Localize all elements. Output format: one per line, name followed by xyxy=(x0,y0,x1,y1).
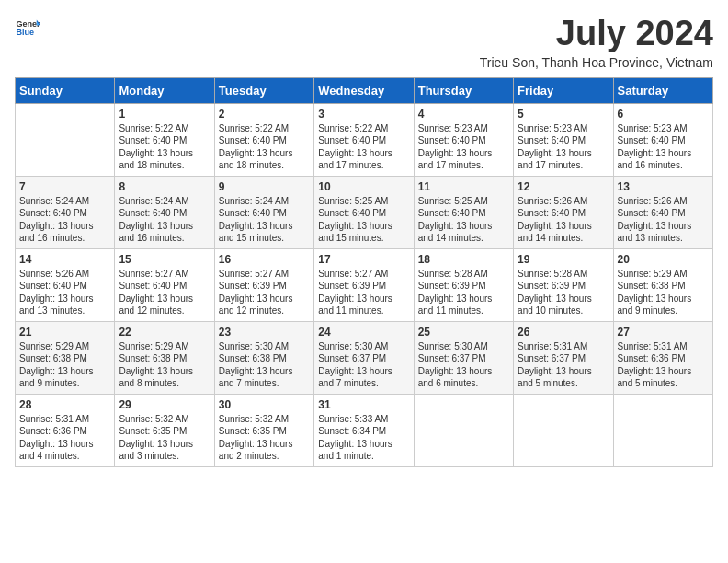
day-number: 13 xyxy=(618,180,709,193)
day-info: Sunrise: 5:30 AM Sunset: 6:38 PM Dayligh… xyxy=(219,340,310,390)
calendar-cell: 10 Sunrise: 5:25 AM Sunset: 6:40 PM Dayl… xyxy=(314,176,414,248)
calendar-cell: 11 Sunrise: 5:25 AM Sunset: 6:40 PM Dayl… xyxy=(414,176,513,248)
day-number: 12 xyxy=(518,180,609,193)
day-number: 29 xyxy=(119,398,210,411)
day-info: Sunrise: 5:25 AM Sunset: 6:40 PM Dayligh… xyxy=(318,195,409,245)
day-number: 27 xyxy=(618,326,709,339)
calendar-cell: 5 Sunrise: 5:23 AM Sunset: 6:40 PM Dayli… xyxy=(514,103,613,176)
calendar-cell xyxy=(16,103,115,176)
day-info: Sunrise: 5:26 AM Sunset: 6:40 PM Dayligh… xyxy=(518,195,609,245)
day-info: Sunrise: 5:23 AM Sunset: 6:40 PM Dayligh… xyxy=(418,122,509,172)
calendar-cell: 13 Sunrise: 5:26 AM Sunset: 6:40 PM Dayl… xyxy=(613,176,712,248)
logo: General Blue xyxy=(15,15,40,40)
day-number: 4 xyxy=(418,108,509,121)
day-info: Sunrise: 5:29 AM Sunset: 6:38 PM Dayligh… xyxy=(618,268,709,317)
day-info: Sunrise: 5:23 AM Sunset: 6:40 PM Dayligh… xyxy=(618,122,709,172)
calendar-cell: 4 Sunrise: 5:23 AM Sunset: 6:40 PM Dayli… xyxy=(414,103,513,176)
week-row-4: 21 Sunrise: 5:29 AM Sunset: 6:38 PM Dayl… xyxy=(16,321,713,394)
month-title: July 2024 xyxy=(480,15,713,53)
day-info: Sunrise: 5:32 AM Sunset: 6:35 PM Dayligh… xyxy=(219,413,310,463)
day-info: Sunrise: 5:29 AM Sunset: 6:38 PM Dayligh… xyxy=(119,340,210,390)
day-info: Sunrise: 5:24 AM Sunset: 6:40 PM Dayligh… xyxy=(119,195,210,245)
title-block: July 2024 Trieu Son, Thanh Hoa Province,… xyxy=(480,15,713,70)
day-header-tuesday: Tuesday xyxy=(214,77,313,103)
calendar-cell: 18 Sunrise: 5:28 AM Sunset: 6:39 PM Dayl… xyxy=(414,248,513,321)
day-header-friday: Friday xyxy=(514,77,613,103)
logo-icon: General Blue xyxy=(15,15,40,40)
day-info: Sunrise: 5:31 AM Sunset: 6:36 PM Dayligh… xyxy=(618,340,709,390)
day-number: 11 xyxy=(418,180,509,193)
calendar-table: SundayMondayTuesdayWednesdayThursdayFrid… xyxy=(15,77,713,467)
day-info: Sunrise: 5:28 AM Sunset: 6:39 PM Dayligh… xyxy=(518,268,609,317)
calendar-cell: 22 Sunrise: 5:29 AM Sunset: 6:38 PM Dayl… xyxy=(115,321,214,394)
calendar-cell xyxy=(414,394,513,466)
calendar-cell: 1 Sunrise: 5:22 AM Sunset: 6:40 PM Dayli… xyxy=(115,103,214,176)
calendar-cell: 12 Sunrise: 5:26 AM Sunset: 6:40 PM Dayl… xyxy=(514,176,613,248)
day-number: 23 xyxy=(219,326,310,339)
day-header-wednesday: Wednesday xyxy=(314,77,414,103)
day-number: 8 xyxy=(119,180,210,193)
calendar-cell: 2 Sunrise: 5:22 AM Sunset: 6:40 PM Dayli… xyxy=(214,103,313,176)
calendar-cell xyxy=(613,394,712,466)
calendar-cell: 28 Sunrise: 5:31 AM Sunset: 6:36 PM Dayl… xyxy=(16,394,115,466)
calendar-cell: 21 Sunrise: 5:29 AM Sunset: 6:38 PM Dayl… xyxy=(16,321,115,394)
calendar-cell: 25 Sunrise: 5:30 AM Sunset: 6:37 PM Dayl… xyxy=(414,321,513,394)
day-number: 9 xyxy=(219,180,310,193)
calendar-cell: 16 Sunrise: 5:27 AM Sunset: 6:39 PM Dayl… xyxy=(214,248,313,321)
day-number: 31 xyxy=(318,398,409,411)
calendar-cell: 14 Sunrise: 5:26 AM Sunset: 6:40 PM Dayl… xyxy=(16,248,115,321)
calendar-cell xyxy=(514,394,613,466)
day-number: 18 xyxy=(418,253,509,266)
day-number: 1 xyxy=(119,108,210,121)
day-number: 24 xyxy=(318,326,409,339)
calendar-cell: 7 Sunrise: 5:24 AM Sunset: 6:40 PM Dayli… xyxy=(16,176,115,248)
day-number: 17 xyxy=(318,253,409,266)
day-number: 5 xyxy=(518,108,609,121)
day-header-monday: Monday xyxy=(115,77,214,103)
calendar-cell: 29 Sunrise: 5:32 AM Sunset: 6:35 PM Dayl… xyxy=(115,394,214,466)
day-info: Sunrise: 5:27 AM Sunset: 6:40 PM Dayligh… xyxy=(119,268,210,317)
calendar-cell: 20 Sunrise: 5:29 AM Sunset: 6:38 PM Dayl… xyxy=(613,248,712,321)
day-info: Sunrise: 5:24 AM Sunset: 6:40 PM Dayligh… xyxy=(19,195,110,245)
day-number: 3 xyxy=(318,108,409,121)
day-number: 10 xyxy=(318,180,409,193)
day-info: Sunrise: 5:33 AM Sunset: 6:34 PM Dayligh… xyxy=(318,413,409,463)
day-info: Sunrise: 5:26 AM Sunset: 6:40 PM Dayligh… xyxy=(618,195,709,245)
calendar-cell: 24 Sunrise: 5:30 AM Sunset: 6:37 PM Dayl… xyxy=(314,321,414,394)
day-number: 14 xyxy=(19,253,110,266)
day-info: Sunrise: 5:28 AM Sunset: 6:39 PM Dayligh… xyxy=(418,268,509,317)
day-info: Sunrise: 5:22 AM Sunset: 6:40 PM Dayligh… xyxy=(219,122,310,172)
calendar-cell: 23 Sunrise: 5:30 AM Sunset: 6:38 PM Dayl… xyxy=(214,321,313,394)
week-row-1: 1 Sunrise: 5:22 AM Sunset: 6:40 PM Dayli… xyxy=(16,103,713,176)
day-info: Sunrise: 5:30 AM Sunset: 6:37 PM Dayligh… xyxy=(318,340,409,390)
day-info: Sunrise: 5:31 AM Sunset: 6:36 PM Dayligh… xyxy=(19,413,110,463)
week-row-5: 28 Sunrise: 5:31 AM Sunset: 6:36 PM Dayl… xyxy=(16,394,713,466)
day-info: Sunrise: 5:26 AM Sunset: 6:40 PM Dayligh… xyxy=(19,268,110,317)
day-info: Sunrise: 5:24 AM Sunset: 6:40 PM Dayligh… xyxy=(219,195,310,245)
calendar-cell: 31 Sunrise: 5:33 AM Sunset: 6:34 PM Dayl… xyxy=(314,394,414,466)
week-row-2: 7 Sunrise: 5:24 AM Sunset: 6:40 PM Dayli… xyxy=(16,176,713,248)
day-header-sunday: Sunday xyxy=(16,77,115,103)
day-info: Sunrise: 5:32 AM Sunset: 6:35 PM Dayligh… xyxy=(119,413,210,463)
calendar-cell: 6 Sunrise: 5:23 AM Sunset: 6:40 PM Dayli… xyxy=(613,103,712,176)
day-info: Sunrise: 5:25 AM Sunset: 6:40 PM Dayligh… xyxy=(418,195,509,245)
day-number: 6 xyxy=(618,108,709,121)
day-info: Sunrise: 5:27 AM Sunset: 6:39 PM Dayligh… xyxy=(318,268,409,317)
calendar-cell: 9 Sunrise: 5:24 AM Sunset: 6:40 PM Dayli… xyxy=(214,176,313,248)
day-number: 15 xyxy=(119,253,210,266)
week-row-3: 14 Sunrise: 5:26 AM Sunset: 6:40 PM Dayl… xyxy=(16,248,713,321)
calendar-cell: 26 Sunrise: 5:31 AM Sunset: 6:37 PM Dayl… xyxy=(514,321,613,394)
day-number: 2 xyxy=(219,108,310,121)
day-number: 22 xyxy=(119,326,210,339)
day-info: Sunrise: 5:29 AM Sunset: 6:38 PM Dayligh… xyxy=(19,340,110,390)
day-number: 26 xyxy=(518,326,609,339)
calendar-cell: 27 Sunrise: 5:31 AM Sunset: 6:36 PM Dayl… xyxy=(613,321,712,394)
day-number: 16 xyxy=(219,253,310,266)
day-info: Sunrise: 5:22 AM Sunset: 6:40 PM Dayligh… xyxy=(119,122,210,172)
svg-text:Blue: Blue xyxy=(16,28,34,37)
day-info: Sunrise: 5:31 AM Sunset: 6:37 PM Dayligh… xyxy=(518,340,609,390)
day-info: Sunrise: 5:27 AM Sunset: 6:39 PM Dayligh… xyxy=(219,268,310,317)
location-subtitle: Trieu Son, Thanh Hoa Province, Vietnam xyxy=(480,55,713,70)
calendar-cell: 30 Sunrise: 5:32 AM Sunset: 6:35 PM Dayl… xyxy=(214,394,313,466)
day-number: 30 xyxy=(219,398,310,411)
